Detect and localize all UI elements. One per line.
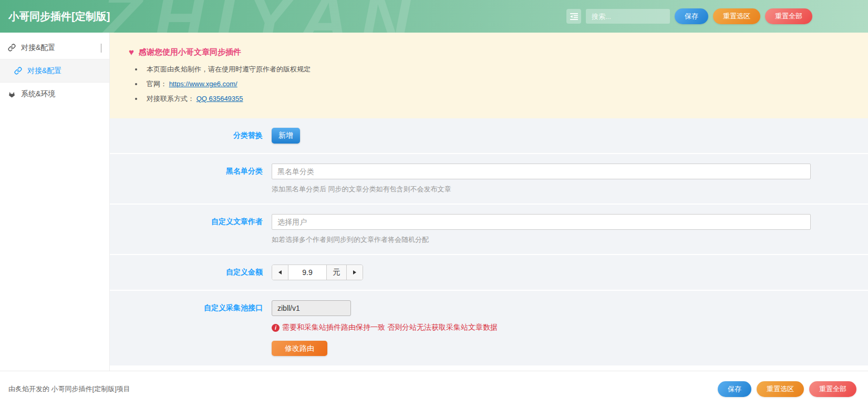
left-arrow-icon bbox=[278, 270, 282, 274]
collection-api-input[interactable] bbox=[272, 300, 351, 316]
save-button[interactable]: 保存 bbox=[675, 8, 708, 24]
sidebar-item-label: 对接&配置 bbox=[27, 66, 61, 76]
form-row-author: 自定义文章作者 如若选择多个作者则同步到的文章作者将会随机分配 bbox=[110, 204, 868, 254]
reset-selection-button-footer[interactable]: 重置选区 bbox=[757, 381, 804, 397]
amount-value-input[interactable] bbox=[288, 265, 327, 280]
increase-amount-button[interactable] bbox=[347, 265, 363, 280]
top-header: ZHIYAN 小哥同步插件[定制版] 保存 重置选区 重置全部 bbox=[0, 0, 868, 33]
notice-list: 本页面由炙焰制作，请在使用时遵守原作者的版权规定 官网： https://www… bbox=[143, 65, 857, 104]
field-label: 黑名单分类 bbox=[110, 164, 272, 194]
brand-watermark: ZHIYAN bbox=[100, 0, 422, 33]
reset-all-button[interactable]: 重置全部 bbox=[765, 8, 812, 24]
reset-selection-button[interactable]: 重置选区 bbox=[713, 8, 760, 24]
sidebar-subitem-connect-config[interactable]: 对接&配置 bbox=[0, 59, 109, 83]
sidebar-item-label: 系统&环境 bbox=[21, 89, 55, 99]
modify-route-button[interactable]: 修改路由 bbox=[272, 341, 327, 356]
main-area: 对接&配置 对接&配置 系统&环境 ♥ bbox=[0, 33, 868, 371]
blacklist-category-input[interactable] bbox=[272, 164, 811, 179]
amount-stepper: 元 bbox=[272, 264, 363, 280]
footer: 由炙焰开发的 小哥同步插件[定制版]项目 保存 重置选区 重置全部 bbox=[0, 371, 868, 407]
app-title: 小哥同步插件[定制版] bbox=[8, 9, 110, 24]
notice-box: ♥ 感谢您使用小哥文章同步插件 本页面由炙焰制作，请在使用时遵守原作者的版权规定… bbox=[110, 33, 868, 118]
heart-icon: ♥ bbox=[129, 48, 134, 57]
notice-title-text: 感谢您使用小哥文章同步插件 bbox=[139, 47, 241, 57]
content-panel: ♥ 感谢您使用小哥文章同步插件 本页面由炙焰制作，请在使用时遵守原作者的版权规定… bbox=[110, 33, 868, 371]
link-icon bbox=[14, 67, 22, 75]
form-row-blacklist: 黑名单分类 添加黑名单分类后 同步的文章分类如有包含则不会发布文章 bbox=[110, 153, 868, 204]
notice-item-text: 本页面由炙焰制作，请在使用时遵守原作者的版权规定 bbox=[147, 65, 311, 73]
gitlab-icon bbox=[8, 90, 16, 98]
blacklist-help-text: 添加黑名单分类后 同步的文章分类如有包含则不会发布文章 bbox=[272, 185, 811, 194]
notice-item-text: 官网： bbox=[147, 80, 167, 88]
official-site-link[interactable]: https://www.xge6.com/ bbox=[169, 80, 237, 88]
author-help-text: 如若选择多个作者则同步到的文章作者将会随机分配 bbox=[272, 235, 811, 245]
chevron-down-icon bbox=[101, 44, 101, 52]
field-label: 自定义采集池接口 bbox=[110, 300, 272, 356]
settings-form: 分类替换 新增 黑名单分类 添加黑名单分类后 同步的文章分类如有包含则不会发布文… bbox=[110, 118, 868, 365]
reset-all-button-footer[interactable]: 重置全部 bbox=[809, 381, 856, 397]
author-select-input[interactable] bbox=[272, 214, 811, 230]
add-category-button[interactable]: 新增 bbox=[272, 128, 300, 144]
field-label: 自定义文章作者 bbox=[110, 214, 272, 245]
field-label: 自定义金额 bbox=[110, 264, 272, 280]
footer-credit-text: 由炙焰开发的 小哥同步插件[定制版]项目 bbox=[8, 384, 130, 394]
save-button-footer[interactable]: 保存 bbox=[718, 381, 751, 397]
field-label: 分类替换 bbox=[110, 128, 272, 144]
api-warning-text: 需要和采集站插件路由保持一致 否则分站无法获取采集站文章数据 bbox=[282, 323, 498, 332]
search-input[interactable] bbox=[586, 9, 670, 24]
amount-unit-label: 元 bbox=[327, 265, 347, 280]
notice-title: ♥ 感谢您使用小哥文章同步插件 bbox=[129, 47, 857, 57]
decrease-amount-button[interactable] bbox=[272, 265, 288, 280]
notice-item-text: 对接联系方式： bbox=[147, 95, 194, 103]
footer-toolbar: 保存 重置选区 重置全部 bbox=[718, 381, 856, 397]
outdent-icon bbox=[570, 13, 578, 20]
notice-item: 官网： https://www.xge6.com/ bbox=[143, 79, 857, 89]
notice-item: 对接联系方式： QQ 635649355 bbox=[143, 94, 857, 104]
api-warning: i 需要和采集站插件路由保持一致 否则分站无法获取采集站文章数据 bbox=[272, 323, 811, 332]
outdent-menu-button[interactable] bbox=[566, 9, 581, 24]
notice-item: 本页面由炙焰制作，请在使用时遵守原作者的版权规定 bbox=[143, 65, 857, 74]
sidebar-item-label: 对接&配置 bbox=[21, 43, 55, 53]
header-toolbar: 保存 重置选区 重置全部 bbox=[566, 8, 860, 24]
right-arrow-icon bbox=[353, 270, 356, 274]
sidebar-item-connect-config[interactable]: 对接&配置 bbox=[0, 36, 109, 59]
sidebar-item-system-env[interactable]: 系统&环境 bbox=[0, 83, 109, 106]
form-row-api: 自定义采集池接口 i 需要和采集站插件路由保持一致 否则分站无法获取采集站文章数… bbox=[110, 290, 868, 365]
qq-contact-link[interactable]: QQ 635649355 bbox=[197, 95, 243, 103]
form-row-category-replace: 分类替换 新增 bbox=[110, 118, 868, 153]
sidebar: 对接&配置 对接&配置 系统&环境 bbox=[0, 33, 110, 371]
form-row-amount: 自定义金额 元 bbox=[110, 254, 868, 290]
info-icon: i bbox=[272, 324, 280, 332]
link-icon bbox=[8, 44, 16, 52]
